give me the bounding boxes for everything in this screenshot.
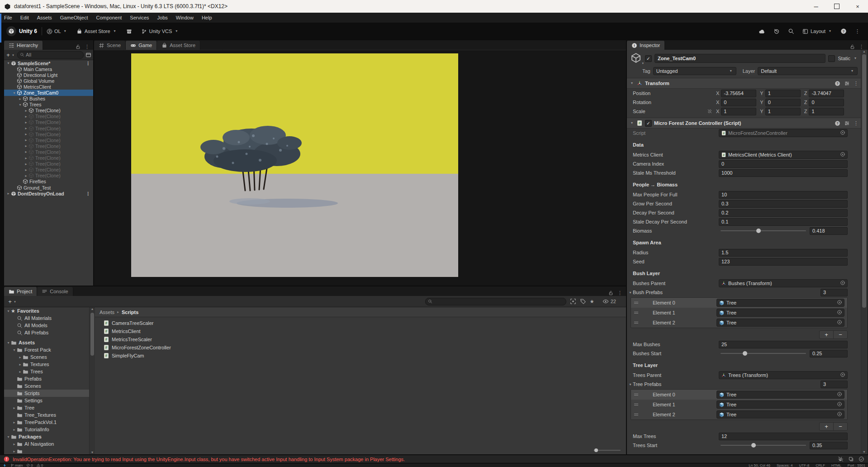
kebab-icon[interactable]: ⋮ [85,44,90,50]
array-foldout[interactable]: ▾Bush Prefabs3 [627,288,861,297]
sliders-icon[interactable] [844,120,850,126]
maximize-button[interactable] [826,0,847,13]
asset-item[interactable]: #SimpleFlyCam [95,352,626,360]
statusbar-item[interactable]: 0 [26,463,33,467]
project-tree-item[interactable]: ▸ [4,448,89,454]
asset-item[interactable]: #CameraTreeScaler [95,319,626,327]
component-header[interactable]: ▾#✓Micro Forest Zone Controller (Script)… [627,118,861,129]
element-object-field[interactable]: Tree [716,309,844,317]
menu-assets[interactable]: Assets [33,13,56,23]
array-element-row[interactable]: Element 2Tree [631,318,847,328]
property-slider[interactable] [721,445,806,446]
target-icon[interactable] [840,152,845,157]
vector-field[interactable]: 1 [765,90,801,97]
expander-icon[interactable]: ▸ [24,150,28,154]
project-create-dropdown[interactable]: +▾ [8,299,17,305]
menu-window[interactable]: Window [172,13,198,23]
sliders-icon[interactable] [844,81,850,86]
account-dropdown[interactable]: OL▾ [47,29,67,34]
breadcrumb-item[interactable]: Scripts [122,310,138,315]
kebab-icon[interactable]: ⋮ [86,61,94,66]
target-icon[interactable] [840,372,845,377]
create-dropdown[interactable]: +▾ [6,52,15,58]
hierarchy-item[interactable]: ▸Tree(Clone) [4,108,93,114]
object-field[interactable]: #MetricsClient (Metrics Client) [719,151,848,159]
caret-down-icon[interactable]: ▾ [630,120,634,126]
expander-icon[interactable]: ▾ [12,91,17,95]
expander-icon[interactable]: ▸ [24,138,28,142]
project-search-input[interactable] [425,298,566,305]
question-icon[interactable]: ? [835,81,840,86]
breadcrumb-item[interactable]: Assets [100,310,114,315]
element-object-field[interactable]: Tree [716,410,844,419]
element-object-field[interactable]: Tree [716,319,844,327]
array-element-row[interactable]: Element 2Tree [631,410,847,419]
property-field[interactable]: 123 [719,258,848,266]
statusbar-right-item[interactable]: Spaces: 4 [777,463,793,467]
hierarchy-item[interactable]: ▾Trees [4,102,93,108]
target-icon[interactable] [840,280,845,286]
slider-value-field[interactable]: 0.25 [810,350,848,357]
property-field[interactable]: 10 [719,191,848,199]
hierarchy-item[interactable]: ▸Tree(Clone) [4,149,93,155]
menu-edit[interactable]: Edit [16,13,33,23]
project-tree-item[interactable]: ▸Scenes [4,353,89,361]
vector-field[interactable]: -3.74047 [809,90,844,97]
project-tree-item[interactable]: ▸Tree [4,404,89,411]
project-tree-item[interactable]: Prefabs [4,375,89,382]
property-field[interactable]: 25 [719,341,848,348]
array-size-field[interactable]: 3 [821,381,848,388]
type-square-icon[interactable] [570,298,576,305]
hierarchy-item[interactable]: ▾Zone_TestCam0 [4,90,93,95]
expander-icon[interactable]: ▾ [18,103,23,107]
tag-dropdown[interactable]: Untagged▾ [653,67,736,75]
window-pop-icon[interactable] [85,52,91,58]
menu-help[interactable]: Help [198,13,216,23]
caret-down-icon[interactable]: ▾ [853,56,858,62]
asset-item[interactable]: #MetricsClient [95,327,626,335]
project-tree-item[interactable]: ▾Assets [4,339,89,346]
element-object-field[interactable]: Tree [716,391,844,399]
array-foldout[interactable]: ▾Tree Prefabs3 [627,380,861,389]
element-object-field[interactable]: Tree [716,299,844,307]
tab-hierarchy[interactable]: Hierarchy [4,41,43,50]
expander-icon[interactable]: ▸ [24,156,28,160]
tab-project[interactable]: Project [4,287,37,296]
expander-icon[interactable]: ▸ [24,126,28,130]
menu-file[interactable]: File [0,13,16,23]
hierarchy-item[interactable]: ▸Tree(Clone) [4,167,93,173]
static-checkbox[interactable] [828,55,835,62]
star-icon[interactable]: ★ [590,299,594,305]
vector-field[interactable]: 1 [809,108,844,115]
drag-handle-icon[interactable] [633,312,639,314]
element-object-field[interactable]: Tree [716,400,844,409]
asset-item[interactable]: #MetricsTreeScaler [95,335,626,343]
gameobject-name-field[interactable]: Zone_TestCam0 [655,54,825,63]
kebab-icon[interactable]: ⋮ [854,81,859,86]
vector-field[interactable]: -3.75654 [721,90,756,97]
property-field[interactable]: 1.5 [719,249,848,257]
project-tree-item[interactable]: Scripts [4,390,89,397]
property-field[interactable]: 0 [719,160,848,168]
remove-element-button[interactable]: − [834,331,847,338]
kebab-icon[interactable]: ⋮ [86,191,94,196]
component-header[interactable]: ▾Transform?⋮ [627,78,861,89]
error-message[interactable]: InvalidOperationException: You are tryin… [13,457,405,462]
property-field[interactable]: 0.2 [719,209,848,217]
question-icon[interactable]: ? [835,120,840,126]
project-tree-item[interactable]: Tree_Textures [4,411,89,419]
hierarchy-item[interactable]: Ground_Test [4,185,93,191]
hierarchy-item[interactable]: ▸Tree(Clone) [4,119,93,125]
array-size-field[interactable]: 3 [821,289,848,296]
project-tree-item[interactable]: ▸Trees [4,368,89,375]
slider-value-field[interactable]: 0.418 [810,227,848,235]
layout-dropdown[interactable]: Layout▾ [802,29,832,34]
expander-icon[interactable]: ▸ [24,144,28,148]
project-tree-item[interactable]: Settings [4,397,89,404]
project-tree-item[interactable]: ▸TreePackVol.1 [4,419,89,426]
property-field[interactable]: 0.3 [719,200,848,208]
hierarchy-item[interactable]: ▸Tree(Clone) [4,173,93,179]
search-icon[interactable] [788,28,794,34]
property-field[interactable]: 1000 [719,169,848,177]
kebab-icon[interactable]: ⋮ [859,44,864,50]
